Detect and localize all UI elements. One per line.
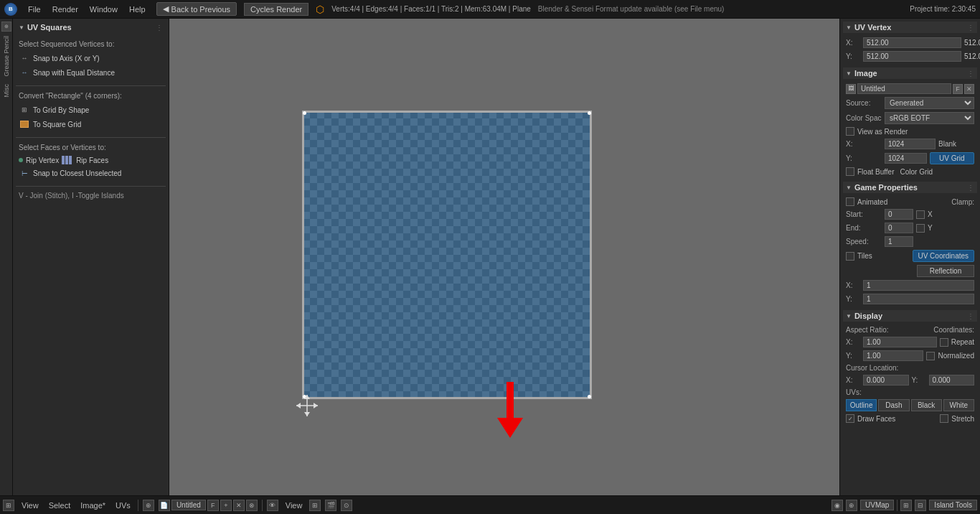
normalized-check[interactable] (926, 352, 935, 360)
display-title: Display (846, 312, 882, 320)
start-label: Start: (846, 210, 882, 218)
view-mode-icon[interactable]: 👁 (267, 500, 278, 511)
menu-render[interactable]: Render (49, 4, 82, 15)
cx-field[interactable] (863, 375, 909, 386)
uv-vert-br (588, 395, 591, 398)
game-props-options[interactable]: ⋮ (967, 184, 974, 192)
white-tab[interactable]: White (943, 399, 974, 411)
snap-closest-row[interactable]: ⊢ Snap to Closest Unselected (16, 166, 166, 180)
image-options[interactable]: ⋮ (967, 70, 974, 78)
back-arrow-icon: ◀ (163, 4, 169, 14)
start-field[interactable] (885, 209, 913, 220)
editor-type-icon[interactable]: ⊞ (3, 500, 14, 511)
game-x-field[interactable] (863, 280, 974, 291)
uvmap-btn[interactable]: UVMap (860, 500, 894, 510)
bottom-viewmode[interactable]: View (283, 500, 306, 511)
snap-closest-icon: ⊢ (19, 167, 30, 179)
display-options[interactable]: ⋮ (967, 312, 974, 320)
uv-vertex-header: UV Vertex ⋮ (843, 22, 977, 33)
back-button[interactable]: ◀ Back to Previous (156, 2, 237, 16)
viewport[interactable] (169, 19, 839, 495)
image-close-btn[interactable]: ✕ (964, 84, 974, 94)
outline-tab[interactable]: Outline (846, 399, 877, 411)
file-add-btn[interactable]: + (220, 500, 232, 511)
x2-field[interactable] (885, 139, 936, 149)
file-icon[interactable]: 📄 (159, 500, 170, 511)
game-props-title: Game Properties (846, 183, 918, 192)
speed-label: Speed: (846, 238, 882, 246)
bottom-image[interactable]: Image* (77, 500, 108, 511)
y2-field[interactable] (885, 153, 927, 164)
file-del-btn[interactable]: ✕ (233, 500, 245, 511)
to-grid-shape-row[interactable]: ⊞ To Grid By Shape (16, 103, 166, 117)
colorspace-select[interactable]: sRGB EOTF (885, 112, 974, 124)
separator-1 (138, 500, 138, 511)
view-as-render-check[interactable] (846, 127, 854, 136)
ay-field[interactable] (863, 350, 923, 361)
game-y-field[interactable] (863, 294, 974, 304)
snap-axis-row[interactable]: ↔ Snap to Axis (X or Y) (16, 51, 166, 65)
svg-marker-4 (296, 403, 301, 408)
menu-file[interactable]: File (24, 4, 44, 15)
animated-check[interactable] (846, 197, 854, 206)
prop-icon[interactable]: ◉ (831, 500, 843, 511)
rip-vertex-row[interactable]: Rip Vertex Rip Faces (16, 154, 166, 166)
menu-help[interactable]: Help (126, 4, 149, 15)
bottom-icon-1[interactable]: ⊕ (143, 500, 154, 511)
uv-y-field[interactable] (863, 51, 961, 62)
source-select[interactable]: Generated (885, 97, 974, 109)
island-icon-2[interactable]: ⊟ (915, 500, 926, 511)
uvs-label-row: UVs: (843, 387, 977, 398)
cy-label: Y: (912, 376, 926, 384)
file-unlink-btn[interactable]: ⊗ (246, 500, 258, 511)
uv-vert-tl (303, 111, 306, 115)
tiles-check[interactable] (846, 252, 854, 261)
blender-icon: ⬡ (316, 4, 324, 15)
display-header: Display ⋮ (843, 310, 977, 322)
repeat-check[interactable] (940, 338, 948, 347)
uv-coords-btn[interactable]: UV Coordinates (913, 250, 975, 262)
speed-field[interactable] (885, 236, 913, 247)
render-engine-select[interactable]: Cycles Render (244, 3, 308, 16)
snap-axis-icon: ↔ (19, 52, 30, 64)
uv-outline (303, 111, 591, 398)
zoom-icon[interactable]: ⊞ (309, 500, 321, 511)
convert-label: Convert "Rectangle" (4 corners): (16, 92, 166, 100)
reflection-btn[interactable]: Reflection (917, 265, 974, 277)
bottom-uvs[interactable]: UVs (113, 500, 133, 511)
panel-options[interactable]: ⋮ (156, 24, 163, 32)
uvgrid-btn[interactable]: UV Grid (930, 152, 975, 164)
uv-vertex-title: UV Vertex (846, 23, 891, 32)
dash-tab[interactable]: Dash (878, 399, 909, 411)
pivot-icon[interactable]: ⊕ (846, 500, 857, 511)
tool-icon-1[interactable]: ⊕ (1, 22, 11, 32)
image-browse-btn[interactable]: F (953, 84, 963, 94)
menu-window[interactable]: Window (86, 4, 121, 15)
stretch-check[interactable] (940, 414, 948, 423)
x-clamp-check[interactable] (916, 210, 925, 219)
island-icon-1[interactable]: ⊞ (900, 500, 912, 511)
float-buffer-check[interactable] (846, 167, 854, 176)
bottom-view[interactable]: View (19, 500, 42, 511)
file-f-btn[interactable]: F (207, 500, 219, 511)
draw-faces-check[interactable] (846, 414, 854, 423)
image-header: Image ⋮ (843, 67, 977, 79)
bottom-select[interactable]: Select (46, 500, 74, 511)
y-clamp-check[interactable] (916, 224, 925, 233)
snap-icon2[interactable]: ⊙ (341, 500, 352, 511)
end-field[interactable] (885, 223, 913, 233)
uv-x-field[interactable] (863, 37, 961, 48)
black-tab[interactable]: Black (911, 399, 942, 411)
render-icon[interactable]: 🎬 (325, 500, 336, 511)
bottom-right: ◉ ⊕ UVMap ⊞ ⊟ Island Tools (831, 500, 977, 511)
uv-vertex-options[interactable]: ⋮ (967, 24, 974, 32)
snap-equal-row[interactable]: ↔ Snap with Equal Distance (16, 65, 166, 80)
uv-x-value: 512.00 (964, 39, 980, 47)
to-square-grid-row[interactable]: To Square Grid (16, 117, 166, 131)
game-x-row: X: (843, 279, 977, 292)
to-grid-shape-label: To Grid By Shape (33, 106, 89, 114)
cy-field[interactable] (929, 375, 975, 386)
ax-field[interactable] (863, 337, 937, 347)
uv-y-value: 512.00 (964, 52, 980, 60)
uv-y-label: Y: (846, 52, 860, 60)
